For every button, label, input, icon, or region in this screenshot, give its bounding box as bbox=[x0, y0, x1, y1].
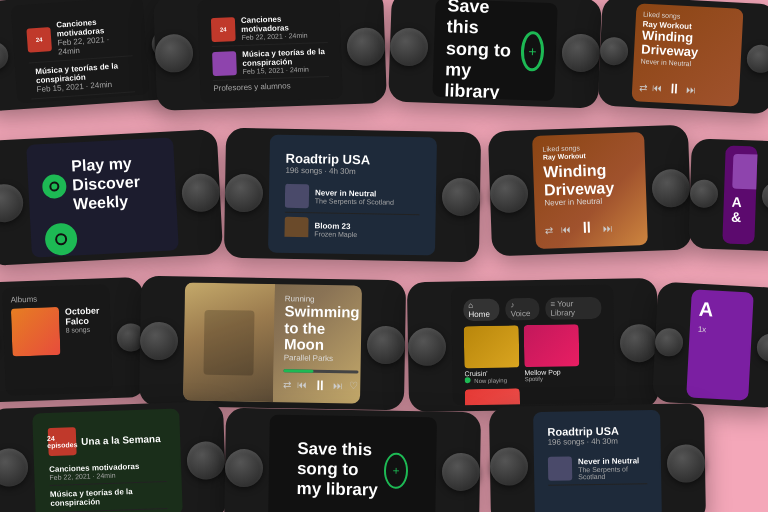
screen-8: A & bbox=[722, 145, 757, 244]
screen-13: 24 episodes Una a la Semana Canciones mo… bbox=[32, 408, 183, 512]
knob-right-3[interactable] bbox=[561, 33, 600, 72]
screen-5: Play my Discover Weekly bbox=[26, 137, 179, 258]
podcast-date-1: Feb 22, 2021 · 24min bbox=[57, 33, 132, 56]
save2-title-1: Save this song to bbox=[297, 439, 385, 481]
wd-pause-icon[interactable]: ⏸ bbox=[579, 219, 596, 238]
swim-artist: Parallel Parks bbox=[284, 353, 359, 363]
device-7: Liked songs Ray Workout Winding Driveway… bbox=[488, 125, 692, 257]
knob-left-14[interactable] bbox=[225, 449, 264, 488]
screen-2: 24 Canciones motivadoras Feb 22, 2021 · … bbox=[197, 0, 343, 103]
device-4: Liked songs Ray Workout Winding Driveway… bbox=[597, 0, 768, 115]
save-title-1: Save this song to bbox=[446, 0, 523, 62]
knob-right-2[interactable] bbox=[346, 26, 385, 65]
knob-right-15[interactable] bbox=[667, 444, 706, 483]
device-10: Running Swimming to the Moon Parallel Pa… bbox=[139, 276, 406, 411]
screen-11: ⌂ Home ♪ Voice ≡ Your Library Cruisin' N… bbox=[451, 285, 615, 406]
device-14: Save this song to my library + bbox=[224, 408, 481, 512]
d13-playlist: Una a la Semana bbox=[81, 433, 161, 447]
pause-icon[interactable]: ⏸ bbox=[667, 80, 682, 97]
tab-voice[interactable]: ♪ Voice bbox=[505, 298, 539, 321]
knob-right-8[interactable] bbox=[761, 182, 768, 211]
card-grid: Cruisin' Now playing Mellow Pop Spotify … bbox=[464, 324, 604, 406]
knob-right-14[interactable] bbox=[442, 453, 481, 492]
device-12: A 1x bbox=[652, 282, 768, 409]
knob-left-13[interactable] bbox=[0, 448, 29, 487]
screen-15: Roadtrip USA 196 songs · 4h 30m Never in… bbox=[533, 410, 662, 512]
screen-9: Albums October Falco 8 songs bbox=[2, 284, 113, 396]
knob-right-10[interactable] bbox=[367, 326, 406, 365]
swim-heart-icon[interactable]: ♡ bbox=[349, 380, 358, 391]
card-2-sub: Spotify bbox=[525, 375, 580, 382]
p2-title-3: Profesores y alumnos bbox=[213, 80, 329, 93]
now-playing-dot bbox=[465, 377, 471, 383]
device-6: Roadtrip USA 196 songs · 4h 30m Never in… bbox=[224, 128, 481, 262]
knob-left-10[interactable] bbox=[140, 322, 179, 361]
card-exit[interactable]: Exit October Falcon bbox=[465, 388, 521, 405]
knob-right-11[interactable] bbox=[620, 324, 659, 363]
wd-prev-icon[interactable]: ⏮ bbox=[561, 223, 571, 234]
roadtrip-stats: 196 songs · 4h 30m bbox=[285, 166, 420, 177]
device-15: Roadtrip USA 196 songs · 4h 30m Never in… bbox=[489, 403, 706, 512]
d9-sub: 8 songs bbox=[66, 325, 103, 333]
d15-track-1: Never in Neutral bbox=[578, 456, 647, 466]
save-title-2: my library bbox=[444, 60, 520, 101]
swim-prev-icon[interactable]: ⏮ bbox=[297, 379, 307, 390]
d9-artist: October Falco bbox=[65, 305, 103, 326]
screen-12: A 1x bbox=[686, 289, 754, 400]
next-icon[interactable]: ⏭ bbox=[686, 83, 697, 95]
knob-left-11[interactable] bbox=[408, 328, 447, 367]
wd-next-icon[interactable]: ⏭ bbox=[603, 222, 613, 233]
knob-right-7[interactable] bbox=[651, 168, 690, 207]
knob-left-1[interactable] bbox=[0, 41, 9, 71]
knob-left-2[interactable] bbox=[154, 33, 193, 72]
discover-weekly-title: Play my Discover Weekly bbox=[71, 152, 163, 214]
wd-artist: Never in Neutral bbox=[544, 196, 636, 208]
knob-left-3[interactable] bbox=[389, 27, 428, 66]
prev-icon[interactable]: ⏮ bbox=[652, 82, 663, 94]
knob-right-12[interactable] bbox=[756, 333, 768, 362]
screen-10: Running Swimming to the Moon Parallel Pa… bbox=[183, 282, 362, 403]
swim-next-icon[interactable]: ⏭ bbox=[333, 380, 343, 391]
swim-song: Swimming to the Moon bbox=[284, 303, 360, 354]
knob-left-7[interactable] bbox=[489, 174, 528, 213]
knob-left-4[interactable] bbox=[599, 36, 628, 65]
wd-shuffle-icon[interactable]: ⇄ bbox=[545, 224, 553, 235]
rt-artist-1: The Serpents of Scotland bbox=[315, 197, 394, 205]
liked-song: Winding Driveway bbox=[641, 29, 735, 62]
device-9: Albums October Falco 8 songs bbox=[0, 277, 147, 403]
screen-7: Liked songs Ray Workout Winding Driveway… bbox=[532, 132, 648, 249]
device-2: 24 Canciones motivadoras Feb 22, 2021 · … bbox=[153, 0, 387, 111]
screen-4: Liked songs Ray Workout Winding Driveway… bbox=[632, 3, 744, 106]
d9-label: Albums bbox=[10, 292, 101, 304]
tab-home[interactable]: ⌂ Home bbox=[463, 299, 500, 322]
screen-6: Roadtrip USA 196 songs · 4h 30m Never in… bbox=[268, 135, 437, 256]
knob-right-4[interactable] bbox=[746, 44, 768, 73]
d13-episodes: 24 episodes bbox=[47, 434, 78, 449]
card-mellow[interactable]: Mellow Pop Spotify bbox=[524, 324, 580, 383]
wd-song: Winding Driveway bbox=[543, 160, 636, 198]
swim-pause-icon[interactable]: ⏸ bbox=[313, 377, 327, 393]
d15-artist-1: The Serpents of Scotland bbox=[578, 465, 647, 480]
d13-track-2: Música y teorías de la conspiración bbox=[50, 486, 168, 508]
device-11: ⌂ Home ♪ Voice ≡ Your Library Cruisin' N… bbox=[407, 278, 659, 412]
knob-right-13[interactable] bbox=[186, 441, 225, 480]
screen-1: 24 Canciones motivadoras Feb 22, 2021 · … bbox=[11, 0, 150, 103]
device-13: 24 episodes Una a la Semana Canciones mo… bbox=[0, 401, 227, 512]
screen-3: Save this song to my library + bbox=[432, 0, 557, 101]
knob-left-12[interactable] bbox=[654, 328, 683, 357]
save2-title-2: my library bbox=[296, 479, 384, 501]
tab-library[interactable]: ≡ Your Library bbox=[545, 297, 601, 320]
swim-shuffle-icon[interactable]: ⇄ bbox=[283, 379, 291, 390]
card-cruisin[interactable]: Cruisin' Now playing bbox=[464, 325, 520, 384]
knob-right-5[interactable] bbox=[181, 172, 221, 212]
knob-left-5[interactable] bbox=[0, 183, 24, 223]
device-8: A & bbox=[688, 138, 768, 251]
knob-right-6[interactable] bbox=[442, 178, 481, 217]
shuffle-icon[interactable]: ⇄ bbox=[639, 81, 648, 92]
tab-bar: ⌂ Home ♪ Voice ≡ Your Library bbox=[463, 297, 601, 321]
knob-left-15[interactable] bbox=[490, 447, 529, 486]
knob-left-8[interactable] bbox=[690, 179, 719, 208]
card-1-sub: Now playing bbox=[465, 376, 520, 384]
screen-14: Save this song to my library + bbox=[268, 415, 437, 512]
knob-left-6[interactable] bbox=[225, 174, 264, 213]
